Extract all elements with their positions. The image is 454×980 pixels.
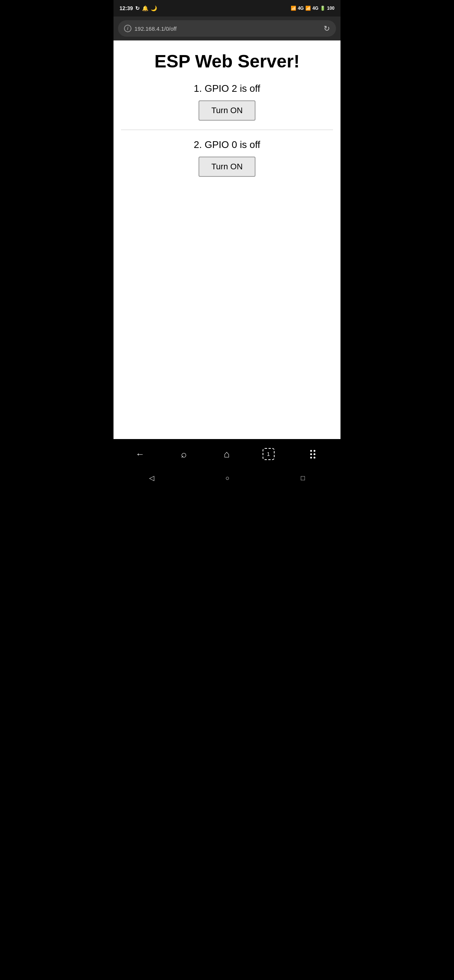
- back-icon: [135, 449, 145, 459]
- battery-level: 100: [327, 6, 335, 11]
- gpio2-section: 2. GPIO 0 is off Turn ON: [121, 139, 333, 177]
- gpio1-section: 1. GPIO 2 is off Turn ON: [121, 83, 333, 121]
- network1-label: 4G: [298, 6, 304, 11]
- battery-icon: 🔋: [320, 6, 325, 11]
- more-options-icon: [307, 447, 319, 461]
- alarm-icon: 🔔: [142, 5, 148, 11]
- search-icon: [181, 449, 187, 460]
- signal-icon: 📶: [305, 6, 311, 11]
- network2-label: 4G: [312, 6, 319, 11]
- home-system-button[interactable]: ○: [223, 471, 233, 485]
- gpio1-label: 1. GPIO 2 is off: [121, 83, 333, 94]
- moon-icon: 🌙: [151, 5, 157, 11]
- status-left: 12:39 ↻ 🔔 🌙: [119, 5, 157, 11]
- url-text: 192.168.4.1/0/off: [134, 25, 321, 32]
- page-title: ESP Web Server!: [121, 52, 333, 72]
- gpio1-turn-on-button[interactable]: Turn ON: [199, 100, 255, 121]
- back-system-button[interactable]: ◁: [146, 471, 157, 485]
- home-icon: [224, 449, 229, 460]
- time-display: 12:39: [119, 5, 133, 11]
- tab-switcher-button[interactable]: 1: [263, 448, 275, 460]
- section-divider: [121, 130, 333, 130]
- status-right: 📶 4G 📶 4G 🔋 100: [291, 6, 335, 11]
- url-bar[interactable]: i 192.168.4.1/0/off ↻: [118, 20, 336, 37]
- menu-button[interactable]: [303, 443, 322, 465]
- browser-bar: i 192.168.4.1/0/off ↻: [113, 16, 341, 40]
- info-icon[interactable]: i: [124, 25, 131, 32]
- back-button[interactable]: [132, 445, 148, 463]
- recents-system-button[interactable]: □: [298, 471, 308, 485]
- reload-icon[interactable]: ↻: [323, 24, 330, 33]
- gpio2-turn-on-button[interactable]: Turn ON: [199, 157, 255, 177]
- bottom-nav: 1: [113, 439, 341, 469]
- status-bar: 12:39 ↻ 🔔 🌙 📶 4G 📶 4G 🔋 100: [113, 0, 341, 16]
- wifi-icon: 📶: [291, 6, 296, 11]
- gpio2-label: 2. GPIO 0 is off: [121, 139, 333, 151]
- home-button[interactable]: [220, 445, 233, 464]
- main-content: ESP Web Server! 1. GPIO 2 is off Turn ON…: [113, 40, 341, 439]
- system-bar: ◁ ○ □: [113, 469, 341, 490]
- search-button[interactable]: [177, 445, 191, 464]
- tab-count: 1: [267, 451, 270, 457]
- sync-icon: ↻: [135, 5, 140, 11]
